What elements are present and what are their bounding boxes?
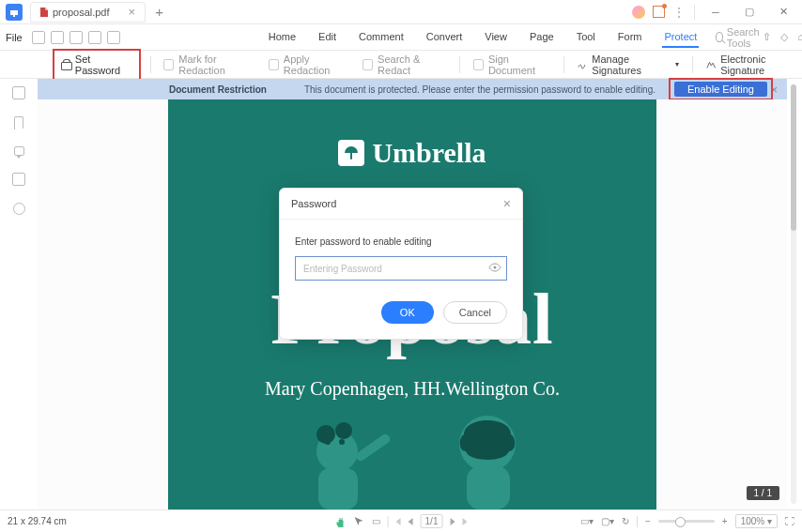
cancel-button[interactable]: Cancel — [443, 301, 507, 324]
dialog-message: Enter password to enable editing — [295, 236, 507, 247]
zoom-in-icon[interactable]: + — [722, 516, 728, 526]
svg-point-9 — [494, 266, 497, 269]
svg-rect-1 — [318, 468, 358, 509]
show-password-icon[interactable] — [488, 261, 501, 274]
zoom-slider[interactable] — [658, 520, 715, 523]
mark-redaction-button[interactable]: Mark for Redaction — [163, 53, 255, 76]
rotate-icon[interactable]: ↻ — [622, 516, 629, 526]
add-tab-button[interactable]: + — [151, 4, 167, 20]
file-menu[interactable]: File — [6, 32, 23, 43]
menu-edit[interactable]: Edit — [316, 27, 338, 48]
dialog-close-icon[interactable]: × — [503, 196, 511, 211]
undo-icon[interactable] — [88, 31, 101, 44]
left-rail — [0, 79, 38, 509]
save-icon[interactable] — [51, 31, 64, 44]
page-total: /1 — [430, 516, 438, 526]
chevron-down-icon: ▾ — [675, 60, 679, 68]
hand-tool-icon[interactable] — [335, 516, 347, 527]
view-mode-icon[interactable]: ▢▾ — [601, 516, 614, 526]
zoom-value[interactable]: 100% — [741, 516, 765, 526]
password-input[interactable] — [295, 256, 507, 281]
menu-home[interactable]: Home — [267, 27, 298, 48]
share-icon[interactable]: ⇧ — [763, 31, 771, 43]
sign-document-button[interactable]: Sign Document — [473, 53, 550, 76]
mark-redaction-icon — [163, 59, 174, 70]
cloud-icon[interactable]: ◇ — [780, 31, 788, 43]
apply-redaction-icon — [269, 59, 279, 70]
manage-signatures-button[interactable]: Manage Signatures▾ — [578, 53, 679, 76]
fit-width-icon[interactable]: ▭▾ — [580, 516, 594, 526]
highlight-box — [669, 78, 773, 100]
document-tab[interactable]: proposal.pdf × — [30, 2, 146, 23]
notification-icon[interactable] — [653, 6, 665, 18]
first-page-icon[interactable] — [396, 518, 401, 525]
top-menu: Home Edit Comment Convert View Page Tool… — [267, 27, 700, 48]
svg-point-8 — [335, 422, 352, 439]
menu-convert[interactable]: Convert — [424, 27, 465, 48]
page-badge: 1 / 1 — [747, 486, 779, 500]
attachments-icon[interactable] — [12, 173, 25, 186]
menu-view[interactable]: View — [483, 27, 509, 48]
redo-icon[interactable] — [107, 31, 120, 44]
menu-form[interactable]: Form — [616, 27, 644, 48]
search-redact-button[interactable]: Search & Redact — [362, 53, 446, 76]
thumbnails-icon[interactable] — [12, 86, 25, 99]
brand-name: Umbrella — [372, 137, 486, 169]
status-bar: 21 x 29.74 cm ▭ 1/1 ▭▾ ▢▾ ↻ − + 100% ▾ ⛶ — [0, 509, 802, 532]
enable-editing-button[interactable]: Enable Editing — [674, 82, 767, 97]
svg-point-6 — [339, 439, 345, 445]
app-logo — [6, 4, 23, 21]
lock-icon — [62, 59, 70, 70]
next-page-icon[interactable] — [450, 518, 455, 525]
ai-icon[interactable] — [632, 6, 645, 19]
set-password-button[interactable]: Set Password — [56, 52, 137, 78]
last-page-icon[interactable] — [462, 518, 467, 525]
signature-icon — [578, 59, 587, 70]
zoom-out-icon[interactable]: − — [645, 516, 651, 526]
menu-protect[interactable]: Protect — [662, 27, 699, 48]
esign-icon — [706, 59, 717, 70]
vertical-scrollbar[interactable] — [791, 84, 796, 504]
print-icon[interactable] — [69, 31, 83, 44]
electronic-signature-button[interactable]: Electronic Signature — [706, 53, 802, 76]
maximize-button[interactable]: ▢ — [736, 2, 763, 23]
search-rail-icon[interactable] — [13, 203, 25, 215]
page-dimensions: 21 x 29.74 cm — [8, 516, 67, 526]
svg-rect-4 — [467, 466, 510, 509]
restriction-banner: Document Restriction This document is pr… — [38, 79, 787, 99]
banner-title: Document Restriction — [169, 84, 267, 95]
fullscreen-icon[interactable]: ⛶ — [785, 516, 794, 526]
search-tools[interactable]: Search Tools — [716, 26, 763, 49]
more-icon[interactable]: ⋮ — [672, 5, 686, 20]
apply-redaction-button[interactable]: Apply Redaction — [269, 53, 349, 76]
title-bar: proposal.pdf × + ⋮ ─ ▢ ✕ — [0, 0, 802, 24]
search-redact-icon — [362, 59, 373, 70]
svg-rect-2 — [354, 433, 392, 463]
brand-badge-icon — [338, 140, 364, 166]
menu-page[interactable]: Page — [528, 27, 556, 48]
password-dialog: Password × Enter password to enable edit… — [279, 188, 523, 340]
prev-page-icon[interactable] — [409, 518, 413, 525]
illustration — [168, 397, 656, 509]
svg-point-7 — [316, 425, 335, 444]
reading-mode-icon[interactable]: ▭ — [372, 516, 380, 526]
tab-title: proposal.pdf — [53, 7, 110, 18]
dialog-title: Password — [291, 198, 336, 209]
minimize-button[interactable]: ─ — [702, 2, 729, 23]
search-tools-label: Search Tools — [727, 26, 763, 49]
select-tool-icon[interactable] — [354, 516, 364, 526]
sign-icon — [473, 59, 484, 70]
search-icon — [716, 32, 722, 42]
open-icon[interactable] — [32, 31, 45, 44]
tab-close-icon[interactable]: × — [129, 5, 136, 19]
menu-comment[interactable]: Comment — [357, 27, 406, 48]
close-button[interactable]: ✕ — [770, 2, 796, 23]
pdf-icon — [40, 8, 48, 17]
banner-message: This document is protected. Please enter… — [304, 84, 655, 95]
comments-icon[interactable] — [14, 146, 24, 156]
menu-tool[interactable]: Tool — [575, 27, 597, 48]
ok-button[interactable]: OK — [381, 301, 434, 324]
menu-bar: File Home Edit Comment Convert View Page… — [0, 24, 802, 51]
home-icon[interactable]: ⌂ — [797, 31, 802, 43]
bookmarks-icon[interactable] — [14, 116, 23, 129]
